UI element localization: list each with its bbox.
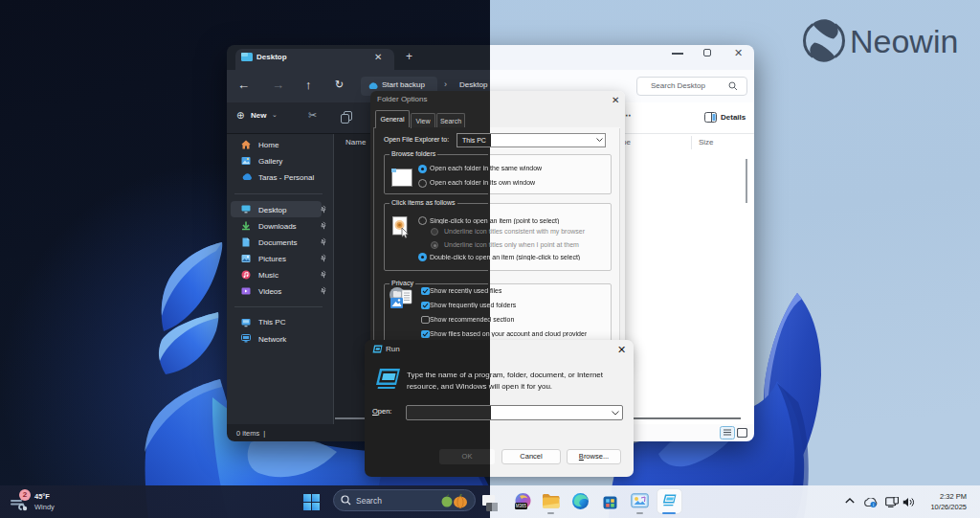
svg-text:i: i <box>873 502 874 507</box>
svg-text:M365: M365 <box>516 504 527 508</box>
svg-text:Neowin: Neowin <box>850 23 958 59</box>
